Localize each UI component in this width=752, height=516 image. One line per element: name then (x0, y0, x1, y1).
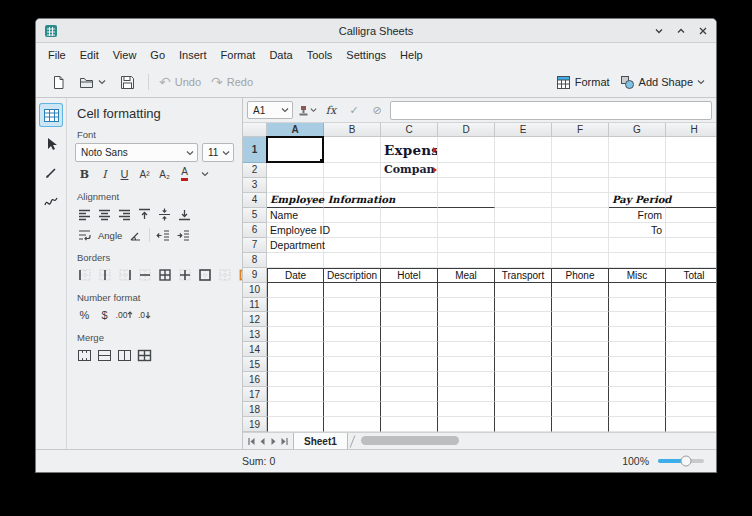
cell-A17[interactable] (267, 387, 324, 402)
cell-C10[interactable] (381, 283, 438, 298)
cell-H12[interactable] (666, 312, 716, 327)
cell-D16[interactable] (438, 372, 495, 387)
cell-H8[interactable] (666, 253, 716, 268)
cell-G4[interactable]: Pay Period (609, 193, 666, 208)
row-header-11[interactable]: 11 (243, 298, 267, 313)
menu-item-settings[interactable]: Settings (339, 46, 393, 64)
cell-D6[interactable] (438, 223, 495, 238)
cell-G3[interactable] (609, 178, 666, 193)
cell-F8[interactable] (552, 253, 609, 268)
cell-A14[interactable] (267, 342, 324, 357)
cell-E8[interactable] (495, 253, 552, 268)
cell-H5[interactable] (666, 208, 716, 223)
cell-G9[interactable]: Misc (609, 268, 666, 283)
increase-indent-button[interactable] (174, 226, 193, 244)
font-more-dropdown[interactable] (195, 165, 214, 183)
cell-H13[interactable] (666, 327, 716, 342)
cell-F18[interactable] (552, 402, 609, 417)
increase-decimal-button[interactable]: .00 (115, 306, 134, 324)
cell-F14[interactable] (552, 342, 609, 357)
cell-D5[interactable] (438, 208, 495, 223)
cell-A3[interactable] (267, 178, 324, 193)
menu-item-data[interactable]: Data (262, 46, 299, 64)
cell-H7[interactable] (666, 238, 716, 253)
cell-D10[interactable] (438, 283, 495, 298)
cell-G7[interactable] (609, 238, 666, 253)
row-header-16[interactable]: 16 (243, 372, 267, 387)
cell-E9[interactable]: Transport (495, 268, 552, 283)
row-header-12[interactable]: 12 (243, 312, 267, 327)
superscript-button[interactable]: A² (135, 165, 154, 183)
cell-A5[interactable]: Name (267, 208, 324, 223)
cell-G2[interactable] (609, 163, 666, 178)
cell-B19[interactable] (324, 417, 381, 432)
cell-H6[interactable] (666, 223, 716, 238)
row-header-4[interactable]: 4 (243, 193, 267, 208)
new-document-button[interactable] (43, 71, 73, 93)
cell-A16[interactable] (267, 372, 324, 387)
cell-B1[interactable] (324, 137, 381, 163)
horizontal-scrollbar[interactable] (357, 433, 714, 449)
cell-D15[interactable] (438, 357, 495, 372)
column-header-A[interactable]: A (267, 123, 324, 137)
row-header-17[interactable]: 17 (243, 387, 267, 402)
cell-G19[interactable] (609, 417, 666, 432)
cell-C11[interactable] (381, 298, 438, 313)
cell-E11[interactable] (495, 298, 552, 313)
cell-G16[interactable] (609, 372, 666, 387)
row-header-19[interactable]: 19 (243, 417, 267, 432)
row-header-7[interactable]: 7 (243, 238, 267, 253)
cell-C15[interactable] (381, 357, 438, 372)
cell-B8[interactable] (324, 253, 381, 268)
cell-C19[interactable] (381, 417, 438, 432)
maximize-icon[interactable] (675, 25, 686, 36)
formula-input[interactable] (390, 101, 712, 120)
cell-F9[interactable]: Phone (552, 268, 609, 283)
cell-A12[interactable] (267, 312, 324, 327)
cell-H19[interactable] (666, 417, 716, 432)
italic-button[interactable]: I (95, 165, 114, 183)
cell-D4[interactable] (438, 193, 495, 208)
menu-item-view[interactable]: View (106, 46, 144, 64)
cell-A11[interactable] (267, 298, 324, 313)
cell-F17[interactable] (552, 387, 609, 402)
cell-D2[interactable] (438, 163, 495, 178)
cell-C3[interactable] (381, 178, 438, 193)
percent-format-button[interactable]: % (75, 306, 94, 324)
redo-button[interactable]: ↷ Redo (207, 71, 257, 93)
cell-F19[interactable] (552, 417, 609, 432)
font-size-select[interactable]: 11 (202, 143, 234, 162)
cell-E19[interactable] (495, 417, 552, 432)
cell-F7[interactable] (552, 238, 609, 253)
cell-G8[interactable] (609, 253, 666, 268)
cell-E18[interactable] (495, 402, 552, 417)
cell-F10[interactable] (552, 283, 609, 298)
cell-G10[interactable] (609, 283, 666, 298)
prev-sheet-button[interactable] (257, 435, 268, 447)
cell-E4[interactable] (495, 193, 552, 208)
cell-D18[interactable] (438, 402, 495, 417)
row-header-1[interactable]: 1 (243, 137, 267, 163)
cell-E10[interactable] (495, 283, 552, 298)
valign-top-button[interactable] (135, 205, 154, 223)
border-vertical-button[interactable] (95, 266, 114, 284)
cell-F4[interactable] (552, 193, 609, 208)
border-outline-button[interactable] (195, 266, 214, 284)
cell-H18[interactable] (666, 402, 716, 417)
row-header-9[interactable]: 9 (243, 268, 267, 283)
cell-reference-combo[interactable]: A1 (247, 101, 293, 119)
row-header-18[interactable]: 18 (243, 402, 267, 417)
cell-D17[interactable] (438, 387, 495, 402)
decrease-indent-button[interactable] (154, 226, 173, 244)
format-button[interactable]: Format (552, 71, 614, 93)
cell-C7[interactable] (381, 238, 438, 253)
horizontal-scrollbar-thumb[interactable] (361, 436, 459, 445)
cell-C1[interactable]: Expense (381, 137, 438, 163)
cell-D12[interactable] (438, 312, 495, 327)
first-sheet-button[interactable] (246, 435, 257, 447)
cell-H14[interactable] (666, 342, 716, 357)
border-horizontal-button[interactable] (135, 266, 154, 284)
bold-button[interactable]: B (75, 165, 94, 183)
unmerge-cells-button[interactable] (135, 346, 154, 364)
cell-F15[interactable] (552, 357, 609, 372)
